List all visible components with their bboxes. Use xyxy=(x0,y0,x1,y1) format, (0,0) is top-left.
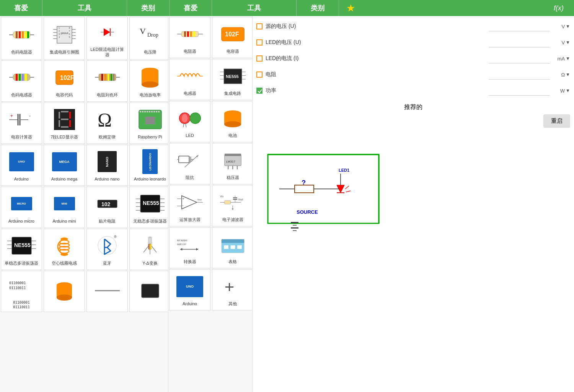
source-voltage-arrow[interactable]: ▼ xyxy=(566,24,570,29)
tool-ohm-law[interactable]: Ω 欧姆定律 xyxy=(86,102,128,144)
svg-rect-60 xyxy=(69,112,71,119)
tool-arduino3[interactable]: UNO Arduino xyxy=(169,269,210,311)
svg-rect-34 xyxy=(16,74,18,81)
main-container: 色码电阻器 pinout xyxy=(0,16,574,392)
restart-button[interactable]: 重启 xyxy=(543,114,570,128)
tool-filter2[interactable]: Vin Vout xyxy=(212,185,253,226)
tool-voltage-drop[interactable]: V Drop 电压降 xyxy=(129,17,168,60)
source-voltage-checkbox[interactable] xyxy=(256,23,263,29)
led-current-checkbox[interactable] xyxy=(256,55,263,62)
power-input[interactable] xyxy=(489,86,550,96)
tool-resistor-color[interactable]: 电阻到色环 xyxy=(86,60,128,102)
recommended-label: 推荐的 xyxy=(404,104,422,110)
tool-7seg-display[interactable]: 7段LED显示器 xyxy=(44,102,85,144)
led-voltage-label: LED的电压 (U) xyxy=(266,39,489,46)
tool-label: 单稳态多谐振荡器 xyxy=(5,260,38,266)
tool-regulator2[interactable]: LM317 稳压器 xyxy=(212,143,253,184)
tool-battery-rate[interactable]: 电池放电率 xyxy=(129,60,168,102)
led-current-arrow[interactable]: ▼ xyxy=(566,56,570,61)
header-right-fav[interactable]: 喜爱 xyxy=(170,3,212,13)
tool-battery2[interactable] xyxy=(44,271,85,312)
tool-color-inductor[interactable]: 色码电感器 xyxy=(1,60,42,102)
tool-ne555-chip[interactable]: NE555 单稳态多谐振荡器 xyxy=(1,229,42,270)
tool-capacitor2[interactable]: 102F 电容器 xyxy=(212,17,253,58)
tool-arduino-nano[interactable]: NANO Arduino nano xyxy=(86,145,128,186)
header-tools-label[interactable]: 工具 xyxy=(78,3,91,13)
tool-led2[interactable]: LED xyxy=(169,101,210,142)
header-star-section[interactable]: ★ xyxy=(339,2,362,14)
power-arrow[interactable]: ▼ xyxy=(566,88,570,93)
tool-extra3[interactable] xyxy=(86,271,128,312)
led-voltage-arrow[interactable]: ▼ xyxy=(566,40,570,45)
tool-capacitor-code[interactable]: 102F 电容代码 xyxy=(44,60,85,102)
header-right-fav-label[interactable]: 喜爱 xyxy=(184,3,197,13)
svg-rect-70 xyxy=(144,111,146,112)
header-fx-section[interactable]: f(x) xyxy=(547,4,570,12)
tool-astable-555[interactable]: NE555 无稳态多谐振荡器 xyxy=(129,187,168,228)
voltage-drop-icon: V Drop xyxy=(136,21,165,48)
tool-extra4[interactable] xyxy=(129,271,168,312)
tool-op-amp2[interactable]: + - Vout 运算放大器 xyxy=(169,185,210,226)
tool-arduino-mega[interactable]: MEGA Arduino mega xyxy=(44,145,85,186)
tool-raspberry-pi[interactable]: Raspberry Pi xyxy=(129,102,168,144)
converter-icon: km kelvin watt cm² xyxy=(176,231,204,258)
star-icon[interactable]: ★ xyxy=(346,2,355,14)
tool-impedance2[interactable]: 阻抗 xyxy=(169,143,210,184)
resistor-checkbox[interactable] xyxy=(256,72,263,78)
svg-rect-72 xyxy=(149,111,150,112)
tool-label: Raspberry Pi xyxy=(138,134,162,140)
svg-marker-26 xyxy=(104,28,110,36)
tool-label: Arduino mini xyxy=(52,218,76,224)
tool-inductor2[interactable]: 电感器 xyxy=(169,59,210,100)
tool-arduino-micro[interactable]: MICRO Arduino micro xyxy=(1,187,42,228)
source-voltage-input[interactable] xyxy=(489,21,550,31)
tool-label: 稳压器 xyxy=(227,175,239,180)
tool-air-coil[interactable]: 空心线圈电感 xyxy=(44,229,85,270)
capacitor-calc-icon: + - xyxy=(7,106,36,133)
tool-converter2[interactable]: km kelvin watt cm² 转换器 xyxy=(169,227,210,268)
header-fav-label[interactable]: 喜爱 xyxy=(14,3,28,13)
middle-panel: 电阻器 102F 电容器 xyxy=(168,16,253,392)
tool-battery3[interactable]: 电池 xyxy=(212,101,253,142)
power-checkbox[interactable] xyxy=(256,88,263,94)
header-right-category[interactable]: 类别 xyxy=(297,3,339,13)
tool-arduino-mini[interactable]: MINI Arduino mini xyxy=(44,187,85,228)
tool-other2[interactable]: + 其他 xyxy=(212,269,253,311)
tool-arduino-uno[interactable]: UNO Arduino xyxy=(1,145,42,186)
tool-binary[interactable]: 01100001 01110011 0110000101110011 xyxy=(1,271,42,312)
battery-rate-icon xyxy=(136,64,165,91)
led-current-input[interactable] xyxy=(489,54,550,63)
header-right-category-label[interactable]: 类别 xyxy=(311,3,325,13)
inductor-icon2 xyxy=(176,63,204,89)
tool-table2[interactable]: 表格 xyxy=(212,227,253,268)
tool-y-delta[interactable]: Y-Δ变换 xyxy=(129,229,168,270)
svg-rect-59 xyxy=(61,111,68,112)
tool-ic-pinout[interactable]: pinout 1 2 3 4 xyxy=(44,17,85,60)
tool-led-resistor[interactable]: LED限流电阻计算器 xyxy=(86,17,128,60)
header-category-label[interactable]: 类别 xyxy=(141,3,155,13)
tool-label: Arduino xyxy=(183,301,197,306)
tool-capacitor-calc[interactable]: + - 电容计算器 xyxy=(1,102,42,144)
header-right-tools-label[interactable]: 工具 xyxy=(247,3,261,13)
header-left-fav[interactable]: 喜爱 xyxy=(0,3,42,13)
ne555-chip-icon: NE555 xyxy=(7,233,36,259)
svg-rect-2 xyxy=(16,31,18,38)
tool-label: 其他 xyxy=(228,301,237,306)
tool-resistor[interactable]: 电阻器 xyxy=(169,17,210,58)
resistor-input[interactable] xyxy=(489,70,550,80)
tool-bluetooth[interactable]: ® 蓝牙 xyxy=(86,229,128,270)
led-voltage-input[interactable] xyxy=(489,37,550,47)
header-left-tools[interactable]: 工具 xyxy=(42,3,127,13)
svg-rect-46 xyxy=(111,74,112,81)
tool-label: 无稳态多谐振荡器 xyxy=(133,218,167,224)
resistor-arrow[interactable]: ▼ xyxy=(566,72,570,77)
tool-ic2[interactable]: NE555 集成电路 xyxy=(212,59,253,100)
tool-smd-resistor[interactable]: 102 贴片电阻 xyxy=(86,187,128,228)
tool-arduino-leonardo[interactable]: LEONARDO Arduino leonardo xyxy=(129,145,168,186)
header-right-tools[interactable]: 工具 xyxy=(212,3,296,13)
fx-icon[interactable]: f(x) xyxy=(554,4,564,12)
header-left-category[interactable]: 类别 xyxy=(127,3,169,13)
tool-label: LED xyxy=(186,133,194,138)
tool-color-resistor[interactable]: 色码电阻器 xyxy=(1,17,42,60)
led-voltage-checkbox[interactable] xyxy=(256,39,263,46)
